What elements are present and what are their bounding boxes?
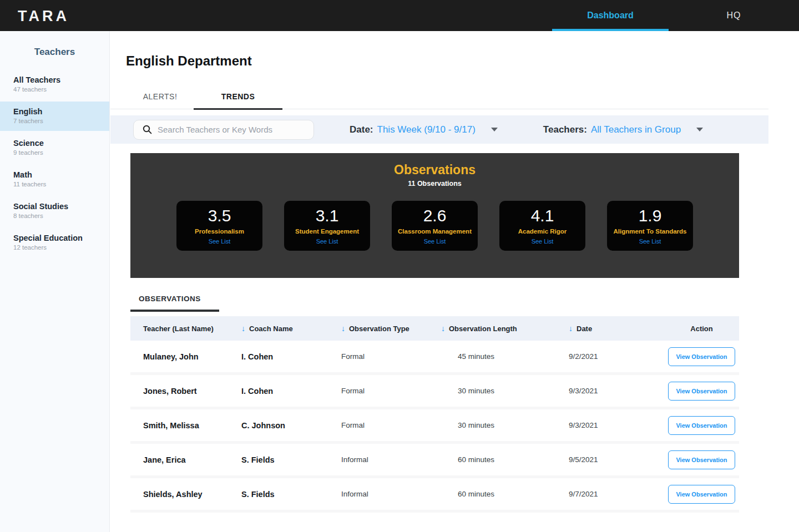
cell-type: Formal [328,421,428,429]
stat-label: Classroom Management [398,228,472,235]
observations-count: 11 Observations [130,180,739,188]
date-filter-dropdown[interactable]: Date: This Week (9/10 - 9/17) [350,124,498,135]
observations-panel-title: Observations [130,153,739,178]
cell-coach: I. Cohen [229,352,328,361]
stat-card-academic-rigor: 4.1 Academic Rigor See List [499,201,585,251]
nav-tab-dashboard[interactable]: Dashboard [552,0,669,31]
sidebar-item-label: All Teachers [13,75,96,84]
sort-down-icon[interactable]: ↓ [341,324,345,333]
cell-coach: S. Fields [229,455,328,464]
cell-teacher: Mulaney, John [130,352,229,361]
cell-action: View Observation [664,382,739,401]
stat-value: 3.5 [208,207,231,224]
sort-down-icon[interactable]: ↓ [569,324,573,333]
teachers-filter-label: Teachers: [543,124,587,135]
column-header-label: Coach Name [249,325,293,333]
cell-teacher: Smith, Melissa [130,421,229,430]
cell-date: 9/7/2021 [556,490,664,498]
tab-observations-table[interactable]: OBSERVATIONS [130,295,219,312]
column-header-label: Observation Type [349,325,409,333]
table-row: Mulaney, John I. Cohen Formal 45 minutes… [130,341,739,375]
cell-type: Informal [328,455,428,464]
see-list-link[interactable]: See List [532,238,554,245]
cell-teacher: Shields, Ashley [130,490,229,499]
cell-length: 30 minutes [428,421,556,429]
column-header-coach[interactable]: ↓ Coach Name [229,324,328,333]
cell-coach: C. Johnson [229,421,328,430]
sidebar-item-count: 11 teachers [13,181,96,188]
cell-teacher: Jones, Robert [130,387,229,396]
stat-label: Professionalism [195,228,244,235]
cell-length: 60 minutes [428,490,556,498]
tab-alerts[interactable]: ALERTS! [127,84,194,109]
search-box[interactable] [133,120,314,140]
tab-trends[interactable]: TRENDS [194,84,282,109]
stat-label: Academic Rigor [518,228,567,235]
cell-type: Informal [328,490,428,498]
observations-table: Teacher (Last Name) ↓ Coach Name ↓ Obser… [130,316,739,513]
sidebar-item-count: 9 teachers [13,149,96,156]
teachers-filter-dropdown[interactable]: Teachers: All Teachers in Group [543,124,703,135]
cell-date: 9/3/2021 [556,387,664,395]
sidebar-item-label: Science [13,139,96,148]
column-header-date[interactable]: ↓ Date [556,324,664,333]
stat-card-student-engagement: 3.1 Student Engagement See List [284,201,370,251]
sidebar: Teachers All Teachers 47 teachers Englis… [0,31,110,532]
view-observation-button[interactable]: View Observation [668,450,735,469]
cell-coach: I. Cohen [229,387,328,396]
date-filter-value: This Week (9/10 - 9/17) [377,124,476,135]
cell-length: 60 minutes [428,455,556,464]
column-header-action: Action [664,325,739,333]
stat-card-alignment-to-standards: 1.9 Alignment To Standards See List [607,201,693,251]
cell-date: 9/5/2021 [556,455,664,464]
view-observation-button[interactable]: View Observation [668,416,735,435]
filter-bar: Date: This Week (9/10 - 9/17) Teachers: … [110,115,768,144]
search-icon [143,125,152,134]
column-header-label: Action [690,325,712,333]
cell-action: View Observation [664,485,739,504]
sidebar-item-science[interactable]: Science 9 teachers [0,133,109,163]
sidebar-item-social-studies[interactable]: Social Studies 8 teachers [0,196,109,226]
stat-card-row: 3.5 Professionalism See List 3.1 Student… [130,201,739,251]
sidebar-item-special-education[interactable]: Special Education 12 teachers [0,228,109,257]
see-list-link[interactable]: See List [316,238,338,245]
column-header-label: Teacher (Last Name) [143,325,214,333]
cell-length: 45 minutes [428,352,556,361]
see-list-link[interactable]: See List [209,238,231,245]
sidebar-item-label: Social Studies [13,202,96,211]
sidebar-item-all-teachers[interactable]: All Teachers 47 teachers [0,70,109,99]
table-row: Shields, Ashley S. Fields Informal 60 mi… [130,478,739,513]
sort-down-icon[interactable]: ↓ [441,324,445,333]
table-header-row: Teacher (Last Name) ↓ Coach Name ↓ Obser… [130,316,739,341]
stat-card-classroom-management: 2.6 Classroom Management See List [392,201,478,251]
nav-tab-hq-label: HQ [727,11,741,21]
column-header-label: Date [577,325,592,333]
tab-alerts-label: ALERTS! [143,92,178,101]
table-row: Jane, Erica S. Fields Informal 60 minute… [130,444,739,478]
column-header-type[interactable]: ↓ Observation Type [328,324,428,333]
stat-value: 1.9 [639,207,662,224]
sidebar-title: Teachers [0,47,109,58]
see-list-link[interactable]: See List [424,238,446,245]
search-input[interactable] [158,125,313,134]
sort-down-icon[interactable]: ↓ [241,324,245,333]
sidebar-item-count: 12 teachers [13,244,96,251]
nav-tab-hq[interactable]: HQ [710,0,757,31]
sidebar-item-math[interactable]: Math 11 teachers [0,165,109,194]
chevron-down-icon [491,128,498,131]
column-header-length[interactable]: ↓ Observation Length [428,324,556,333]
stat-card-professionalism: 3.5 Professionalism See List [176,201,262,251]
view-observation-button[interactable]: View Observation [668,347,735,366]
sidebar-item-label: Math [13,170,96,179]
cell-teacher: Jane, Erica [130,455,229,464]
table-row: Smith, Melissa C. Johnson Formal 30 minu… [130,409,739,444]
view-observation-button[interactable]: View Observation [668,485,735,504]
app-logo: TARA [18,8,69,25]
view-observation-button[interactable]: View Observation [668,382,735,401]
sidebar-item-count: 8 teachers [13,212,96,219]
table-row: Jones, Robert I. Cohen Formal 30 minutes… [130,375,739,409]
see-list-link[interactable]: See List [639,238,661,245]
sidebar-item-english[interactable]: English 7 teachers [0,102,109,131]
cell-type: Formal [328,387,428,395]
date-filter-label: Date: [350,124,373,135]
